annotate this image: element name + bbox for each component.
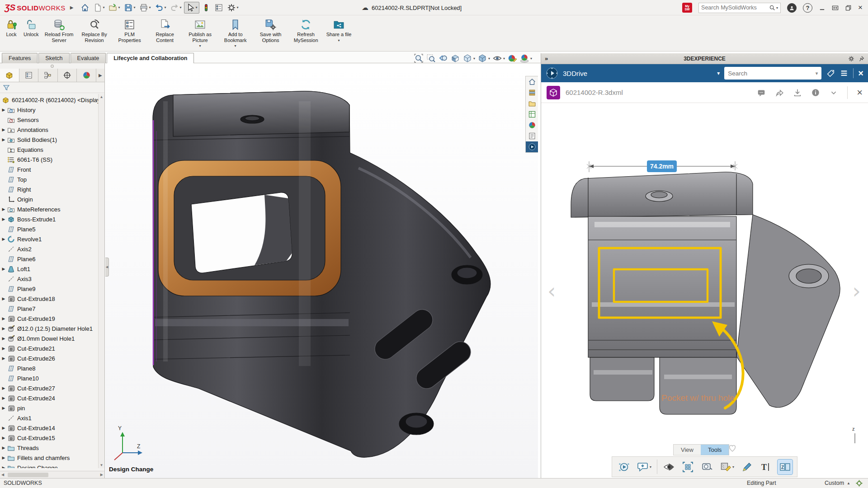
previous-slide-chevron[interactable]: ‹ [547,279,556,303]
panel-search-input[interactable] [728,70,800,77]
chevron-down-icon[interactable] [829,88,838,97]
expand-arrow[interactable]: ▶ [0,436,7,440]
text-note-button[interactable]: T [759,460,774,474]
section-markup-button[interactable]: ▾ [718,460,736,474]
expand-arrow[interactable]: ▶ [0,336,7,341]
tree-item-history[interactable]: ▶History [0,105,98,115]
tree-item-cut-extrude18[interactable]: ▶Cut-Extrude18 [0,294,98,304]
tree-item-annotations[interactable]: ▶AAnnotations [0,125,98,135]
expand-arrow[interactable]: ▶ [0,446,7,450]
tab-sketch[interactable]: Sketch [38,53,69,63]
tree-item-cut-extrude27[interactable]: ▶Cut-Extrude27 [0,383,98,393]
scrollbar-thumb[interactable] [8,473,48,477]
taskpane-appearances-tab[interactable] [526,120,538,131]
search-dropdown-caret[interactable]: ▾ [776,6,778,10]
save-with-options-button[interactable]: Save with Options [253,17,288,43]
replace-by-revision-button[interactable]: Replace By Revision [77,17,112,43]
close-app-icon[interactable]: × [858,69,863,78]
undo-button[interactable]: ▾ [153,2,168,14]
select-tool-button[interactable]: ▾ [184,2,199,14]
refresh-mysession-button[interactable]: Refresh MySession [288,17,324,43]
panel-splitter-handle[interactable] [0,63,104,69]
manager-tab-dimxpertmanager[interactable] [58,69,77,82]
expand-arrow[interactable]: ▶ [0,127,7,132]
animate-button[interactable] [617,460,632,474]
tree-item-axis2[interactable]: Axis2 [0,244,98,254]
expand-arrow[interactable]: ▶ [0,406,7,410]
home-button[interactable] [79,2,91,14]
fit-view-button[interactable] [680,460,695,474]
tree-item-plane9[interactable]: Plane9 [0,284,98,294]
settings-button[interactable]: ▾ [226,2,240,14]
dropdown-caret[interactable]: ▾ [488,56,490,61]
replace-content-button[interactable]: Replace Content [147,17,183,43]
expand-arrow[interactable]: ▶ [0,217,7,221]
help-icon[interactable]: ? [803,3,812,13]
next-slide-chevron[interactable]: › [853,279,861,303]
interference-button[interactable] [200,2,212,14]
taskpane-file-explorer-tab[interactable] [526,98,538,109]
tab-tools[interactable]: Tools [701,445,729,455]
taskpane-design-library-tab[interactable] [526,87,538,98]
dropdown-caret[interactable]: ▾ [732,465,734,469]
dimension-callout[interactable]: 74.2mm [587,160,737,172]
tree-item-cut-extrude14[interactable]: ▶Cut-Extrude14 [0,423,98,433]
tree-item-cut-extrude21[interactable]: ▶Cut-Extrude21 [0,343,98,353]
tab-evaluate[interactable]: Evaluate [71,53,106,63]
options-list-button[interactable] [213,2,225,14]
tree-item-6061-t6-ss-[interactable]: 6061-T6 (SS) [0,155,98,164]
tab-lifecycle-and-collaboration[interactable]: Lifecycle and Collaboration [107,53,194,64]
dropdown-caret[interactable]: ▾ [530,56,532,61]
tree-item-design-change[interactable]: ▶Design Change [0,463,98,468]
new-document-button[interactable]: ▾ [92,2,106,14]
hide-show-button[interactable]: ▾ [492,53,505,63]
expand-arrow[interactable]: ▶ [0,137,7,142]
manager-tab-propertymanager[interactable] [19,69,39,82]
tree-vertical-scrollbar[interactable]: ▲▼ [98,94,104,468]
add-comment-button[interactable]: ▾ [636,460,653,474]
favorite-heart-icon[interactable] [727,443,737,455]
tree-item-plane6[interactable]: Plane6 [0,254,98,264]
visibility-button[interactable] [661,460,676,474]
close-file-icon[interactable]: × [857,88,863,98]
tree-item-equations[interactable]: ΣEquations [0,145,98,155]
tree-item-axis1[interactable]: Axis1 [0,413,98,423]
lock-button[interactable]: Lock [2,17,21,38]
app-dropdown-chevron[interactable]: ▾ [717,70,720,76]
menu-icon[interactable] [840,69,849,78]
redo-button[interactable]: ▾ [169,2,183,14]
publish-as-picture-button[interactable]: Publish as Picture▾ [183,17,218,48]
panel-search-box[interactable]: ▾ [724,67,821,80]
tree-item-solid-bodies-1-[interactable]: ▶Solid Bodies(1) [0,135,98,145]
expand-arrow[interactable]: ▶ [0,396,7,400]
plm-properties-button[interactable]: PLM Properties [112,17,147,43]
zoom-fit-button[interactable] [414,53,424,63]
tree-horizontal-scrollbar[interactable]: ◀▶ [0,471,104,478]
tree-item-plane5[interactable]: Plane5 [0,224,98,234]
reload-from-server-button[interactable]: Reload From Server [42,17,77,43]
view-orientation-button[interactable]: ▾ [462,53,475,63]
taskpane-view-palette-tab[interactable] [526,109,538,120]
save-button[interactable]: ▾ [123,2,137,14]
search-input[interactable] [701,5,769,11]
download-icon[interactable] [793,88,802,97]
restore-button[interactable] [845,5,852,11]
model-preview-area[interactable]: ‹ › [541,103,868,478]
tree-item--1-0mm-dowel-hole1[interactable]: ▶Ø1.0mm Dowel Hole1 [0,333,98,343]
expand-arrow[interactable]: ▶ [0,207,7,211]
expand-arrow[interactable]: ▶ [0,108,7,112]
expand-arrow[interactable]: ▶ [0,267,7,271]
section-view-button[interactable] [450,53,460,63]
dropdown-caret[interactable]: ▾ [103,5,105,9]
graphics-viewport[interactable]: Y Z Design Change ◀ [105,63,538,478]
dropdown-caret[interactable]: ▾ [235,44,236,48]
share-a-file-button[interactable]: Share a file▾ [324,17,354,42]
manager-tab-configurationmanager[interactable] [38,69,58,82]
dropdown-caret[interactable]: ▾ [473,56,475,61]
tree-item-fillets-and-chamfers[interactable]: ▶Fillets and chamfers [0,453,98,463]
dropdown-caret[interactable]: ▾ [237,5,239,9]
tree-item-plane8[interactable]: Plane8 [0,363,98,373]
tree-splitter-grip[interactable]: ◀ [105,258,109,277]
mysolidworks-search[interactable]: ▾ [698,3,781,13]
display-style-button[interactable]: ▾ [477,53,490,63]
